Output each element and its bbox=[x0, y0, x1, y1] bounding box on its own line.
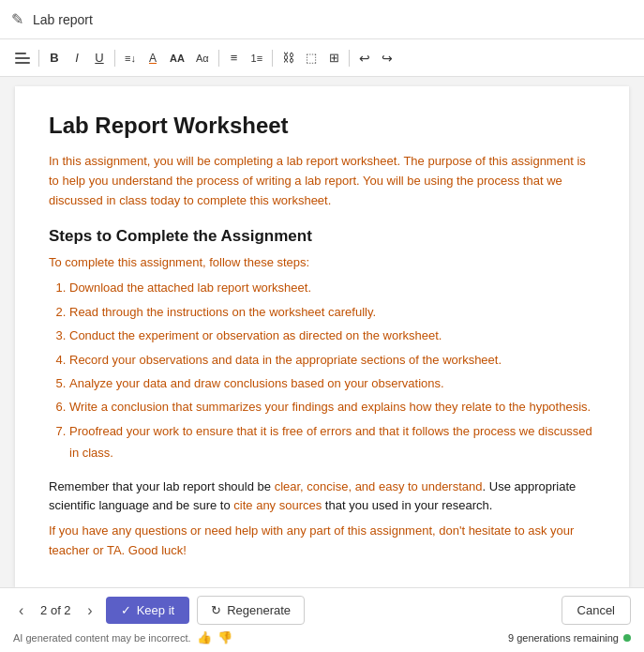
bottom-actions: ‹ 2 of 2 › ✓ Keep it ↻ Regenerate Cancel bbox=[13, 596, 631, 625]
section-title: Steps to Complete the Assignment bbox=[49, 227, 595, 246]
document-title: Lab Report Worksheet bbox=[49, 113, 595, 139]
checkmark-icon: ✓ bbox=[121, 603, 131, 617]
bold-btn[interactable]: B bbox=[44, 48, 65, 68]
underline-btn[interactable]: U bbox=[89, 48, 110, 68]
cancel-button[interactable]: Cancel bbox=[562, 596, 631, 625]
list-item: Analyze your data and draw conclusions b… bbox=[69, 372, 595, 394]
image-btn[interactable]: ⬚ bbox=[301, 48, 322, 68]
font-style-btn[interactable]: Aα bbox=[191, 50, 214, 67]
intro-paragraph: In this assignment, you will be completi… bbox=[49, 152, 595, 210]
toolbar-sep-2 bbox=[114, 50, 115, 67]
edit-icon[interactable]: ✎ bbox=[11, 10, 23, 28]
regenerate-icon: ↻ bbox=[211, 603, 221, 617]
page-indicator: 2 of 2 bbox=[37, 603, 74, 617]
toolbar-sep-1 bbox=[38, 50, 39, 67]
numbering-btn[interactable]: 1≡ bbox=[247, 50, 268, 67]
redo-btn[interactable]: ↪ bbox=[377, 48, 397, 68]
prev-page-btn[interactable]: ‹ bbox=[13, 599, 29, 623]
keep-it-label: Keep it bbox=[137, 603, 174, 617]
green-dot-icon bbox=[623, 634, 631, 642]
list-item: Write a conclusion that summarizes your … bbox=[69, 396, 595, 417]
list-item: Proofread your work to ensure that it is… bbox=[69, 420, 595, 464]
ai-disclaimer: AI generated content may be incorrect. 👍… bbox=[13, 630, 232, 644]
regenerate-label: Regenerate bbox=[227, 603, 291, 617]
thumbs-down-icon[interactable]: 👎 bbox=[217, 630, 232, 644]
editor-toolbar: B I U ≡↓ A AA Aα ≡ 1≡ ⛓ ⬚ ⊞ ↩ ↪ bbox=[0, 39, 644, 77]
final-paragraph: If you have any questions or need help w… bbox=[49, 522, 595, 561]
content-area: Lab Report Worksheet In this assignment,… bbox=[0, 77, 644, 587]
list-item: Conduct the experiment or observation as… bbox=[69, 325, 595, 346]
font-color-btn[interactable]: A bbox=[142, 49, 163, 68]
toolbar-sep-4 bbox=[272, 50, 273, 67]
steps-intro: To complete this assignment, follow thes… bbox=[49, 255, 595, 269]
hamburger-menu[interactable] bbox=[11, 49, 34, 68]
top-bar: ✎ Lab report bbox=[0, 0, 644, 39]
list-item: Record your observations and data in the… bbox=[69, 349, 595, 371]
disclaimer-text: AI generated content may be incorrect. bbox=[13, 632, 191, 644]
remember-paragraph: Remember that your lab report should be … bbox=[49, 478, 595, 517]
doc-title: Lab report bbox=[33, 12, 93, 27]
highlight-1: clear, concise, and easy to understand bbox=[275, 479, 483, 493]
steps-list: Download the attached lab report workshe… bbox=[69, 277, 595, 463]
bottom-bar: ‹ 2 of 2 › ✓ Keep it ↻ Regenerate Cancel… bbox=[0, 587, 644, 652]
bullets-btn[interactable]: ≡ bbox=[224, 48, 245, 68]
undo-btn[interactable]: ↩ bbox=[354, 48, 375, 68]
highlight-2: cite any sources bbox=[233, 498, 322, 512]
bottom-footer: AI generated content may be incorrect. 👍… bbox=[13, 630, 631, 644]
italic-btn[interactable]: I bbox=[67, 48, 87, 68]
link-btn[interactable]: ⛓ bbox=[277, 48, 299, 68]
next-page-btn[interactable]: › bbox=[82, 599, 97, 623]
thumbs-up-icon[interactable]: 👍 bbox=[197, 630, 212, 644]
document-body: Lab Report Worksheet In this assignment,… bbox=[15, 86, 629, 587]
generations-label: 9 generations remaining bbox=[508, 632, 619, 644]
font-size-btn[interactable]: AA bbox=[165, 50, 189, 67]
list-item: Download the attached lab report workshe… bbox=[69, 277, 595, 298]
toolbar-sep-5 bbox=[349, 50, 350, 67]
table-btn[interactable]: ⊞ bbox=[323, 48, 344, 68]
toolbar-sep-3 bbox=[218, 50, 219, 67]
strikethrough-btn[interactable]: ≡↓ bbox=[120, 50, 141, 67]
generations-info: 9 generations remaining bbox=[508, 632, 631, 644]
regenerate-button[interactable]: ↻ Regenerate bbox=[197, 596, 305, 625]
keep-it-button[interactable]: ✓ Keep it bbox=[106, 597, 189, 624]
list-item: Read through the instructions on the wor… bbox=[69, 301, 595, 323]
